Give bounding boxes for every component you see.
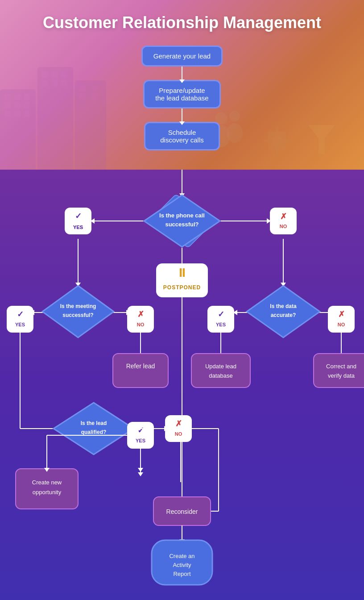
svg-text:✗: ✗ — [175, 419, 182, 428]
svg-text:Is the meeting: Is the meeting — [60, 303, 96, 309]
svg-text:✓: ✓ — [137, 426, 144, 435]
svg-text:opportunity: opportunity — [33, 489, 62, 496]
svg-text:accurate?: accurate? — [271, 312, 296, 318]
svg-text:✓: ✓ — [75, 212, 82, 221]
svg-text:YES: YES — [15, 322, 25, 327]
data-no-badge: ✗ NO — [328, 306, 355, 333]
page-title: Customer Relationship Management — [43, 13, 321, 32]
svg-text:qualified?: qualified? — [81, 429, 107, 435]
svg-text:NO: NO — [175, 431, 182, 437]
meeting-no-badge: ✗ NO — [127, 306, 154, 333]
svg-rect-85 — [191, 354, 250, 388]
phone-call-diamond: Is the phone call successful? — [144, 194, 220, 248]
svg-text:POSTPONED: POSTPONED — [163, 284, 201, 291]
svg-text:Is the phone call: Is the phone call — [159, 212, 205, 219]
svg-text:Update lead: Update lead — [205, 363, 236, 370]
lead-yes-badge: ✓ YES — [127, 422, 154, 449]
svg-rect-59 — [270, 208, 297, 234]
correct-verify-node: Correct and verify data — [314, 354, 364, 388]
svg-text:Report: Report — [173, 571, 190, 577]
svg-rect-83 — [113, 354, 168, 388]
create-opportunity-node: Create new opportunity — [16, 469, 78, 509]
svg-text:Is the data: Is the data — [270, 303, 297, 309]
svg-text:verify data: verify data — [328, 372, 355, 379]
schedule-calls-node: Schedule discovery calls — [144, 122, 220, 150]
svg-text:Create new: Create new — [32, 479, 62, 486]
svg-marker-68 — [247, 286, 320, 338]
prepare-update-node: Prepare/update the lead database — [143, 80, 220, 108]
svg-text:successful?: successful? — [165, 221, 199, 228]
meeting-diamond: Is the meeting successful? — [42, 286, 114, 338]
svg-text:NO: NO — [338, 322, 345, 327]
flowchart-top: Generate your lead Prepare/update the le… — [0, 46, 364, 159]
svg-text:✗: ✗ — [137, 310, 144, 319]
svg-text:NO: NO — [280, 224, 287, 229]
data-yes-badge: ✓ YES — [207, 306, 234, 333]
meeting-yes-badge: ✓ YES — [7, 306, 33, 333]
svg-text:Reconsider: Reconsider — [166, 508, 198, 515]
data-accurate-diamond: Is the data accurate? — [247, 286, 320, 338]
svg-text:database: database — [209, 372, 233, 379]
reconsider-node: Reconsider — [153, 497, 211, 525]
top-section: Customer Relationship Management Generat… — [0, 0, 364, 170]
phone-yes-badge: ✓ YES — [65, 208, 91, 234]
svg-text:Is the lead: Is the lead — [81, 420, 107, 426]
svg-text:YES: YES — [216, 322, 226, 327]
activity-report-node: Create an Activity Report — [152, 540, 212, 585]
svg-rect-88 — [314, 354, 364, 388]
svg-text:✓: ✓ — [218, 310, 224, 319]
flowchart-svg: Is the phone call successful? ✓ YES YES … — [0, 170, 364, 600]
svg-text:Refer lead: Refer lead — [126, 362, 155, 370]
svg-text:⏸: ⏸ — [176, 266, 188, 279]
svg-marker-107 — [138, 472, 143, 476]
svg-text:NO: NO — [137, 322, 145, 327]
svg-text:Create an: Create an — [169, 553, 194, 559]
svg-text:✗: ✗ — [280, 212, 287, 221]
lead-qualified-diamond: Is the lead qualified? — [54, 403, 134, 454]
postponed-node: ⏸ POSTPONED — [156, 263, 208, 297]
svg-text:✓: ✓ — [17, 310, 24, 319]
svg-text:✗: ✗ — [338, 310, 345, 319]
refer-lead-node: Refer lead — [113, 354, 168, 388]
generate-lead-node: Generate your lead — [141, 46, 223, 67]
svg-marker-65 — [42, 286, 114, 338]
svg-marker-91 — [54, 403, 134, 454]
svg-text:YES: YES — [73, 225, 83, 230]
phone-no-badge: ✗ NO — [270, 208, 297, 234]
update-lead-db-node: Update lead database — [191, 354, 250, 388]
svg-text:Correct and: Correct and — [326, 363, 356, 370]
svg-text:Activity: Activity — [173, 562, 191, 568]
svg-text:YES: YES — [136, 438, 145, 443]
lead-no-badge: ✗ NO — [165, 415, 192, 442]
section-lower: Is the phone call successful? ✓ YES YES … — [0, 170, 364, 600]
svg-text:successful?: successful? — [62, 312, 93, 318]
